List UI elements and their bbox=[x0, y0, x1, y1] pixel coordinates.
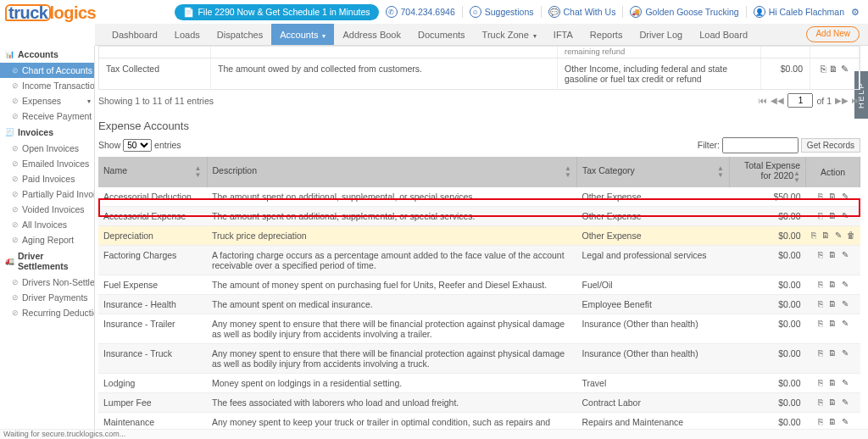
doc-icon[interactable]: 🗎 bbox=[828, 211, 837, 220]
gear-icon[interactable]: ⚙ bbox=[851, 7, 860, 17]
phone-icon: ✆ bbox=[386, 6, 398, 18]
sidebar-group-label: Invoices bbox=[18, 127, 53, 137]
edit-icon[interactable]: ✎ bbox=[842, 319, 849, 328]
cell-name: Accessorial Deduction bbox=[98, 187, 207, 207]
edit-icon[interactable]: ✎ bbox=[841, 64, 849, 74]
sidebar-item-aging-report[interactable]: ⊘Aging Report bbox=[0, 232, 94, 247]
suggestions-link[interactable]: ☺ Suggestions bbox=[470, 6, 534, 18]
edit-icon[interactable]: ✎ bbox=[842, 417, 849, 426]
nav-tab-documents[interactable]: Documents bbox=[409, 24, 474, 45]
doc-icon[interactable]: 🗎 bbox=[828, 348, 837, 358]
nav-tab-accounts[interactable]: Accounts bbox=[271, 24, 334, 45]
sort-icon: ▲▼ bbox=[717, 165, 724, 179]
edit-icon[interactable]: ✎ bbox=[842, 299, 849, 308]
nav-tab-driver-log[interactable]: Driver Log bbox=[631, 24, 691, 45]
sidebar-item-drivers-non-settled[interactable]: ⊘Drivers Non-Settled bbox=[0, 275, 94, 290]
nav-tab-dashboard[interactable]: Dashboard bbox=[103, 24, 166, 45]
export-icon[interactable]: ⎘ bbox=[811, 231, 816, 240]
table-row: Insurance - HealthThe amount spent on me… bbox=[98, 295, 860, 314]
header-name[interactable]: Name▲▼ bbox=[98, 157, 207, 187]
page-input[interactable] bbox=[787, 93, 813, 108]
add-new-button[interactable]: Add New bbox=[806, 26, 860, 42]
cell-actions: ⎘🗎✎ bbox=[806, 393, 860, 413]
doc-icon[interactable]: 🗎 bbox=[828, 417, 837, 426]
page-first-icon[interactable]: ⏮ bbox=[759, 96, 767, 105]
cell-total: $0.00 bbox=[730, 246, 806, 275]
nav-tab-ifta[interactable]: IFTA bbox=[545, 24, 581, 45]
page-next-icon[interactable]: ▶▶ bbox=[835, 96, 849, 105]
doc-icon[interactable]: 🗎 bbox=[828, 319, 837, 328]
export-icon[interactable]: ⎘ bbox=[818, 211, 823, 220]
page-last-icon[interactable]: ⏭ bbox=[852, 96, 860, 105]
export-icon[interactable]: ⎘ bbox=[818, 299, 823, 308]
page-size-select[interactable]: 50 bbox=[123, 139, 152, 152]
chevron-down-icon bbox=[320, 30, 326, 40]
sidebar-item-voided-invoices[interactable]: ⊘Voided Invoices bbox=[0, 202, 94, 217]
doc-icon[interactable]: 🗎 bbox=[828, 397, 837, 407]
sidebar-item-emailed-invoices[interactable]: ⊘Emailed Invoices bbox=[0, 156, 94, 171]
nav-tab-dispatches[interactable]: Dispatches bbox=[209, 24, 271, 45]
cell-name: Depreciation bbox=[98, 226, 207, 246]
export-icon[interactable]: ⎘ bbox=[818, 348, 823, 358]
sidebar-item-income-transactions[interactable]: ⊘Income Transactions bbox=[0, 78, 94, 93]
edit-icon[interactable]: ✎ bbox=[835, 231, 842, 240]
main-nav: DashboardLoadsDispatchesAccountsAddress … bbox=[95, 24, 868, 46]
export-icon[interactable]: ⎘ bbox=[818, 319, 823, 328]
file-2290-button[interactable]: 📄 File 2290 Now & Get Schedule 1 in Minu… bbox=[175, 4, 378, 20]
doc-icon[interactable]: 🗎 bbox=[828, 280, 837, 289]
sidebar-item-driver-payments[interactable]: ⊘Driver Payments bbox=[0, 290, 94, 305]
phone-link[interactable]: ✆ 704.234.6946 bbox=[386, 6, 455, 18]
doc-icon[interactable]: 🗎 bbox=[821, 231, 830, 240]
cell-total: $0.00 bbox=[730, 413, 806, 430]
cell-desc: The amount of money spent on purchasing … bbox=[207, 275, 577, 295]
sidebar-item-expenses[interactable]: ⊘Expenses▾ bbox=[0, 93, 94, 108]
user-link[interactable]: 👤 Hi Caleb Flachman bbox=[754, 6, 844, 18]
sidebar-item-recurring-deductions[interactable]: ⊘Recurring Deductions bbox=[0, 305, 94, 320]
cell-actions: ⎘🗎✎ bbox=[806, 413, 860, 430]
sidebar-item-chart-of-accounts[interactable]: ⊘Chart of Accounts bbox=[0, 63, 94, 78]
filter-input[interactable] bbox=[722, 137, 798, 153]
export-icon[interactable]: ⎘ bbox=[818, 378, 823, 387]
page-prev-icon[interactable]: ◀◀ bbox=[771, 96, 784, 105]
sidebar-item-receive-payment[interactable]: ⊘Receive Payment bbox=[0, 108, 94, 124]
nav-tab-loads[interactable]: Loads bbox=[166, 24, 209, 45]
edit-icon[interactable]: ✎ bbox=[842, 397, 849, 407]
doc-icon[interactable]: 🗎 bbox=[828, 250, 837, 259]
edit-icon[interactable]: ✎ bbox=[842, 211, 849, 220]
nav-tab-truck-zone[interactable]: Truck Zone bbox=[474, 24, 545, 45]
export-icon[interactable]: ⎘ bbox=[818, 192, 823, 201]
header-cat[interactable]: Tax Category▲▼ bbox=[577, 157, 730, 187]
sidebar-item-partially-paid-invoices[interactable]: ⊘Partially Paid Invoices bbox=[0, 186, 94, 202]
sidebar-item-open-invoices[interactable]: ⊘Open Invoices bbox=[0, 141, 94, 156]
bulb-icon: ☺ bbox=[470, 6, 481, 18]
doc-icon[interactable]: 🗎 bbox=[828, 378, 837, 387]
delete-icon[interactable]: 🗑 bbox=[847, 231, 855, 240]
chat-label: Chat With Us bbox=[564, 7, 616, 17]
nav-tab-reports[interactable]: Reports bbox=[581, 24, 632, 45]
get-records-button[interactable]: Get Records bbox=[801, 138, 860, 153]
doc-icon[interactable]: 🗎 bbox=[829, 64, 838, 74]
nav-tab-load-board[interactable]: Load Board bbox=[691, 24, 756, 45]
doc-icon[interactable]: 🗎 bbox=[828, 192, 837, 201]
edit-icon[interactable]: ✎ bbox=[842, 280, 849, 289]
export-icon[interactable]: ⎘ bbox=[818, 417, 823, 426]
export-icon[interactable]: ⎘ bbox=[818, 250, 823, 259]
doc-icon[interactable]: 🗎 bbox=[828, 299, 837, 308]
nav-tab-address-book[interactable]: Address Book bbox=[334, 24, 409, 45]
sidebar-item-label: Emailed Invoices bbox=[22, 158, 89, 169]
header-total[interactable]: Total Expense for 2020▲▼ bbox=[730, 157, 806, 187]
export-icon[interactable]: ⎘ bbox=[818, 280, 823, 289]
export-icon[interactable]: ⎘ bbox=[818, 397, 823, 407]
company-link[interactable]: 🚚 Golden Goose Trucking bbox=[630, 6, 738, 18]
header-desc[interactable]: Description▲▼ bbox=[207, 157, 577, 187]
sidebar-item-all-invoices[interactable]: ⊘All Invoices bbox=[0, 217, 94, 232]
cell-desc: The fees associated with laborers who lo… bbox=[207, 393, 577, 413]
edit-icon[interactable]: ✎ bbox=[842, 378, 849, 387]
chat-link[interactable]: 💬 Chat With Us bbox=[548, 6, 616, 18]
edit-icon[interactable]: ✎ bbox=[842, 250, 849, 259]
sidebar-item-paid-invoices[interactable]: ⊘Paid Invoices bbox=[0, 171, 94, 186]
edit-icon[interactable]: ✎ bbox=[842, 348, 849, 358]
export-icon[interactable]: ⎘ bbox=[821, 64, 826, 74]
edit-icon[interactable]: ✎ bbox=[842, 192, 849, 201]
chat-icon: 💬 bbox=[548, 6, 560, 18]
